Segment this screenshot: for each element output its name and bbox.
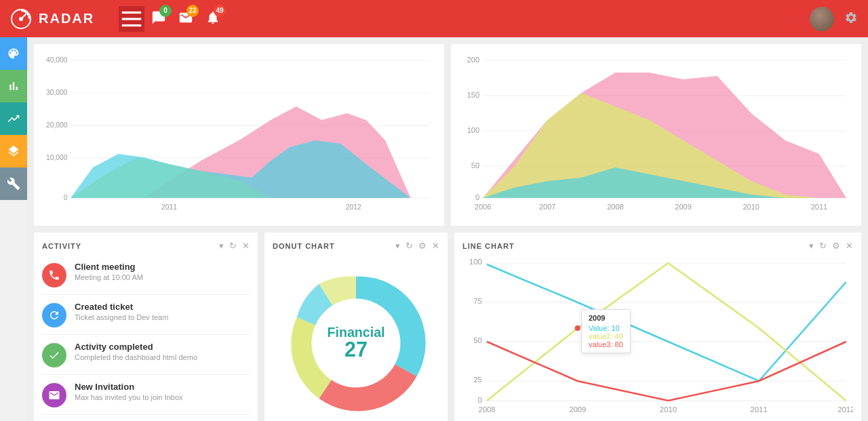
line-chart-svg: 100 75 50 25 0 [462,255,853,418]
activity-refresh-button[interactable]: ↻ [229,241,237,251]
svg-text:2006: 2006 [475,203,492,211]
svg-text:0: 0 [475,193,479,201]
activity-text-meeting: Client meeting Meeting at 10:00 AM [75,262,143,281]
activity-text-invitation: New Invitation Max has invited you to jo… [75,382,183,401]
chat-button[interactable]: 0 [151,10,166,28]
activity-item-invitation: New Invitation Max has invited you to jo… [42,375,250,415]
sidebar-item-trending[interactable] [0,102,27,135]
activity-icon-invitation [42,383,66,407]
activity-item-completed: Activity completed Completed the dashboa… [42,335,250,375]
donut-close-button[interactable]: ✕ [432,241,439,251]
line-collapse-button[interactable]: ▾ [809,241,814,251]
activity-title-meeting: Client meeting [75,262,143,272]
settings-button[interactable] [844,11,858,27]
svg-text:25: 25 [473,376,482,384]
sidebar-item-palette[interactable] [0,37,27,70]
tooltip-year: 2009 [589,314,623,322]
activity-item-ticket: Created ticket Ticket assigned to Dev te… [42,295,250,335]
mail-badge: 23 [186,5,199,17]
line-close-button[interactable]: ✕ [846,241,853,251]
svg-text:30,000: 30,000 [46,88,68,96]
activity-sub-completed: Completed the dashboard html demo [75,353,197,361]
top-charts-row: 40,000 30,000 20,000 10,000 0 2011 [34,44,861,226]
svg-rect-2 [122,11,142,13]
brand: RADAR [10,8,119,30]
avatar[interactable] [810,7,834,31]
activity-sub-meeting: Meeting at 10:00 AM [75,273,143,281]
brand-name: RADAR [39,11,94,26]
svg-text:2011: 2011 [751,405,768,414]
bottom-row: ACTIVITY ▾ ↻ ✕ Client meeting Meetin [34,233,861,421]
trending-icon [7,112,20,125]
svg-text:2009: 2009 [675,203,692,211]
activity-title-ticket: Created ticket [75,302,168,312]
sidebar-item-tools[interactable] [0,167,27,200]
mail-button[interactable]: 23 [178,10,193,28]
svg-text:50: 50 [473,336,482,344]
activity-icon-completed [42,343,66,367]
line-chart-container: 100 75 50 25 0 [462,255,853,420]
svg-text:2008: 2008 [478,405,495,414]
bell-button[interactable]: 49 [205,10,220,28]
hamburger-icon [119,6,144,32]
svg-text:0: 0 [478,396,482,404]
activity-scroll-area[interactable]: Client meeting Meeting at 10:00 AM Creat… [42,255,250,415]
svg-text:2009: 2009 [569,405,586,414]
svg-rect-3 [122,18,142,20]
activity-panel-header: ACTIVITY ▾ ↻ ✕ [42,241,250,251]
refresh-icon [48,309,60,321]
activity-list: Client meeting Meeting at 10:00 AM Creat… [42,255,250,415]
chat-badge: 0 [159,5,172,17]
svg-text:10,000: 10,000 [46,153,68,161]
activity-title-completed: Activity completed [75,342,197,352]
area-chart-left-panel: 40,000 30,000 20,000 10,000 0 2011 [34,44,444,226]
tooltip-val2: value2: 40 [589,332,623,340]
area-chart-left-svg: 40,000 30,000 20,000 10,000 0 2011 [42,52,436,215]
line-chart-controls: ▾ ↻ ⚙ ✕ [809,241,853,251]
donut-settings-button[interactable]: ⚙ [418,241,427,251]
line-settings-button[interactable]: ⚙ [832,241,840,251]
area-chart-right-panel: 200 150 100 50 0 2006 2007 [451,44,861,226]
donut-svg: Financial 27 [275,262,437,421]
svg-point-46 [575,325,580,331]
svg-text:2008: 2008 [607,203,624,211]
line-chart-header: LINE CHART ▾ ↻ ⚙ ✕ [462,241,853,251]
line-chart-tooltip: 2009 Value: 10 value2: 40 value3: 80 [581,309,631,353]
check-icon [48,349,60,361]
svg-text:200: 200 [467,56,479,64]
bar-chart-icon [7,79,20,93]
navbar: RADAR 0 23 49 [0,0,868,37]
tooltip-content: 2009 Value: 10 value2: 40 value3: 80 [581,309,631,353]
phone-icon [48,269,60,281]
svg-text:27: 27 [344,338,368,361]
sidebar-item-chart[interactable] [0,70,27,102]
activity-close-button[interactable]: ✕ [242,241,250,251]
mail-outline-icon [48,389,60,401]
activity-sub-ticket: Ticket assigned to Dev team [75,313,168,321]
bell-badge: 49 [214,5,226,17]
activity-sub-invitation: Max has invited you to join Inbox [75,393,183,401]
activity-panel: ACTIVITY ▾ ↻ ✕ Client meeting Meetin [34,233,258,421]
activity-text-completed: Activity completed Completed the dashboa… [75,342,197,361]
activity-collapse-button[interactable]: ▾ [219,241,224,251]
svg-text:2012: 2012 [837,405,853,414]
svg-text:2011: 2011 [161,203,177,211]
svg-text:75: 75 [473,297,482,305]
sidebar [0,37,27,421]
svg-rect-4 [122,24,142,26]
tooltip-val3: value3: 80 [589,340,623,348]
svg-text:2012: 2012 [346,203,361,211]
svg-text:2010: 2010 [660,405,677,414]
donut-refresh-button[interactable]: ↻ [406,241,413,251]
svg-text:40,000: 40,000 [46,56,68,64]
wrench-icon [7,177,20,191]
donut-collapse-button[interactable]: ▾ [395,241,400,251]
sidebar-item-layers[interactable] [0,135,27,167]
line-refresh-button[interactable]: ↻ [819,241,827,251]
area-chart-right-svg: 200 150 100 50 0 2006 2007 [459,52,853,215]
tooltip-val1: Value: 10 [589,324,623,332]
layers-icon [7,144,20,158]
hamburger-button[interactable] [119,6,144,32]
activity-icon-ticket [42,303,66,327]
donut-panel: DONUT CHART ▾ ↻ ⚙ ✕ [264,233,448,421]
